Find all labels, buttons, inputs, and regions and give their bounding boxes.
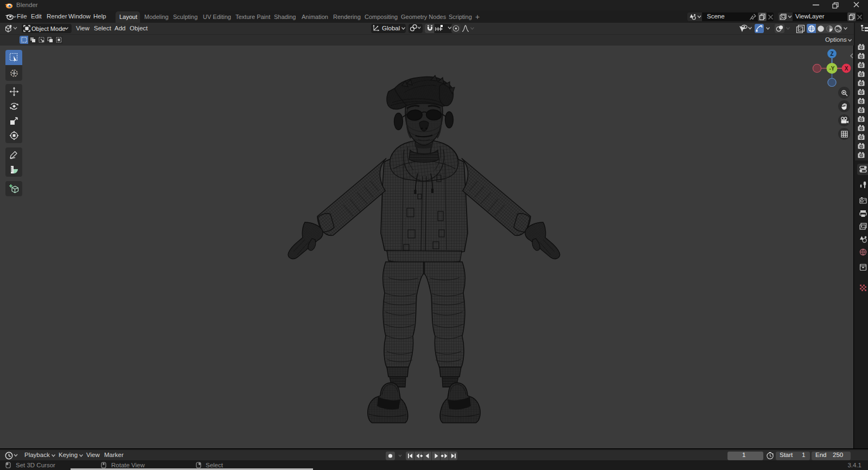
svg-text:-Y: -Y (829, 66, 835, 72)
svg-text:Z: Z (830, 51, 833, 57)
svg-text:X: X (845, 66, 848, 72)
